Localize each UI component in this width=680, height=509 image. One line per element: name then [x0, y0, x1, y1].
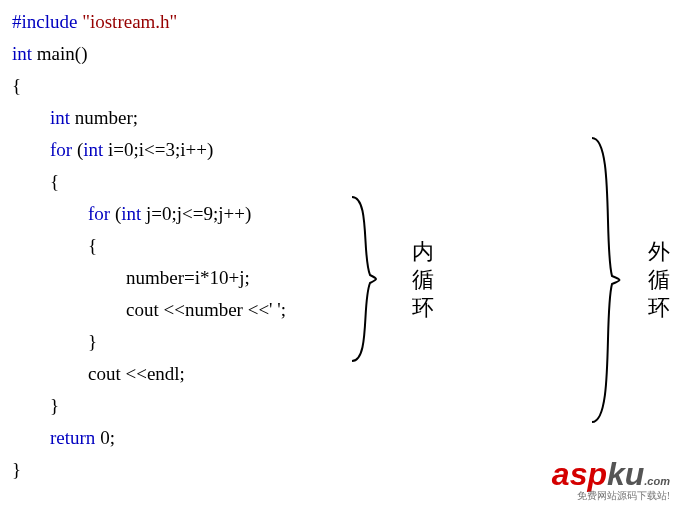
code-line-12: cout <<endl;: [12, 358, 680, 390]
code-text: number=i*10+j;: [126, 267, 250, 288]
code-line-9: number=i*10+j;: [12, 262, 680, 294]
brace-open: {: [50, 171, 59, 192]
code-line-13: }: [12, 390, 680, 422]
keyword-int: int: [12, 43, 32, 64]
label-inner-char2: 循: [412, 266, 434, 294]
brace-inner-icon: [348, 195, 394, 363]
code-line-2: int main(): [12, 38, 680, 70]
code-text: number;: [70, 107, 138, 128]
watermark: aspku.com 免费网站源码下载站!: [552, 458, 670, 501]
code-line-1: #include "iostream.h": [12, 6, 680, 38]
brace-open: {: [88, 235, 97, 256]
code-text: 0;: [95, 427, 115, 448]
code-text: (: [110, 203, 121, 224]
code-line-3: {: [12, 70, 680, 102]
keyword-return: return: [50, 427, 95, 448]
label-outer-char2: 循: [648, 266, 670, 294]
code-text: (: [72, 139, 83, 160]
label-outer-loop: 外 循 环: [648, 238, 670, 322]
code-text: cout <<number <<' ';: [126, 299, 286, 320]
watermark-asp: asp: [552, 456, 607, 492]
keyword-int: int: [50, 107, 70, 128]
code-text: i=0;i<=3;i++): [103, 139, 213, 160]
code-line-5: for (int i=0;i<=3;i++): [12, 134, 680, 166]
code-line-7: for (int j=0;j<=9;j++): [12, 198, 680, 230]
label-inner-loop: 内 循 环: [412, 238, 434, 322]
code-text: j=0;j<=9;j++): [141, 203, 251, 224]
preprocessor: #include: [12, 11, 77, 32]
brace-close: }: [12, 459, 21, 480]
code-text: main(): [32, 43, 87, 64]
code-line-10: cout <<number <<' ';: [12, 294, 680, 326]
watermark-ku: ku: [607, 456, 644, 492]
keyword-for: for: [88, 203, 110, 224]
brace-outer-icon: [588, 136, 634, 424]
code-text: cout <<endl;: [88, 363, 185, 384]
keyword-for: for: [50, 139, 72, 160]
watermark-brand: aspku.com: [552, 458, 670, 490]
string-literal: "iostream.h": [77, 11, 177, 32]
code-line-8: {: [12, 230, 680, 262]
brace-close: }: [88, 331, 97, 352]
code-line-4: int number;: [12, 102, 680, 134]
keyword-int: int: [83, 139, 103, 160]
brace-close: }: [50, 395, 59, 416]
brace-open: {: [12, 75, 21, 96]
label-inner-char1: 内: [412, 238, 434, 266]
code-line-11: }: [12, 326, 680, 358]
label-inner-char3: 环: [412, 294, 434, 322]
label-outer-char3: 环: [648, 294, 670, 322]
keyword-int: int: [121, 203, 141, 224]
watermark-com: .com: [644, 475, 670, 487]
watermark-sub: 免费网站源码下载站!: [552, 491, 670, 501]
code-line-6: {: [12, 166, 680, 198]
label-outer-char1: 外: [648, 238, 670, 266]
code-line-14: return 0;: [12, 422, 680, 454]
